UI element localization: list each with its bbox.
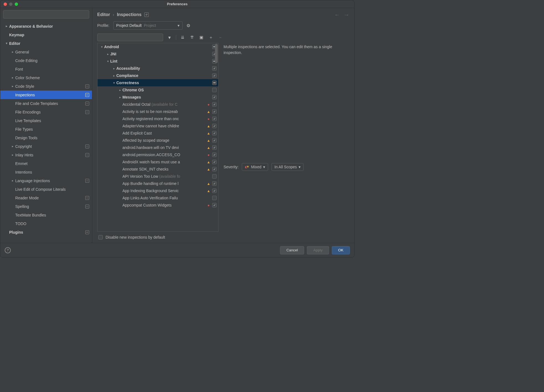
chevron-icon: ▾ (4, 42, 9, 45)
inspection-row[interactable]: App Bundle handling of runtime l▲ (97, 180, 218, 187)
inspection-label: Appcompat Custom Widgets (122, 203, 206, 207)
profile-dropdown[interactable]: Project Default Project ▾ (113, 21, 183, 30)
inspection-row[interactable]: App Indexing Background Servic▲ (97, 187, 218, 194)
inspection-row[interactable]: Appcompat Custom Widgets● (97, 202, 218, 209)
window-controls (0, 2, 18, 6)
inspection-label: App Links Auto Verification Failu (122, 196, 206, 200)
sidebar-search-input[interactable] (3, 10, 89, 19)
sidebar-item[interactable]: TextMate Bundles (0, 211, 92, 219)
gear-icon[interactable]: ⚙ (186, 23, 190, 28)
sidebar-item[interactable]: ▸Language Injections▭ (0, 176, 92, 185)
sidebar-item[interactable]: Keymap (0, 30, 92, 39)
inspection-row[interactable]: Accidental Octal (available for C● (97, 101, 218, 108)
inspection-row[interactable]: ▾Correctness (97, 79, 218, 86)
scrollbar-thumb[interactable] (215, 44, 218, 63)
inspection-label: Accidental Octal (available for C (122, 102, 206, 107)
close-window-icon[interactable] (4, 2, 7, 6)
chevron-down-icon: ▾ (299, 165, 301, 169)
breadcrumb-root[interactable]: Editor (97, 12, 110, 17)
checkbox-icon (98, 235, 103, 239)
inspection-row[interactable]: API Version Too Low (available fo (97, 173, 218, 180)
collapse-all-icon[interactable]: ⇈ (189, 35, 195, 40)
sidebar-item[interactable]: Inspections▭ (0, 91, 92, 99)
sidebar-item[interactable]: ▸General (0, 48, 92, 56)
sidebar-item[interactable]: Spelling▭ (0, 202, 92, 211)
sidebar-item[interactable]: Code Editing (0, 56, 92, 65)
inspection-label: App Indexing Background Servic (122, 189, 206, 193)
chevron-right-icon: › (113, 12, 114, 17)
sidebar-item-label: Appearance & Behavior (9, 24, 89, 29)
inspection-row[interactable]: ▸Messages (97, 94, 218, 101)
sidebar-item-label: File Types (15, 127, 89, 131)
inspection-label: Android (104, 45, 206, 49)
inspection-row[interactable]: AndroidX watch faces must use a▲ (97, 158, 218, 166)
severity-dropdown[interactable]: ◐▲ Mixed ▾ (242, 163, 268, 171)
settings-sidebar: 🔍 ▸Appearance & BehaviorKeymap▾Editor▸Ge… (0, 8, 92, 243)
add-icon[interactable]: ＋ (208, 35, 214, 40)
sidebar-item[interactable]: File and Code Templates▭ (0, 99, 92, 108)
reset-icon[interactable]: ↺ (144, 12, 149, 17)
error-icon: ● (206, 203, 211, 207)
sidebar-item[interactable]: ▸Color Scheme (0, 73, 92, 82)
sidebar-item[interactable]: Reader Mode▭ (0, 194, 92, 202)
sidebar-item[interactable]: ▸Inlay Hints▭ (0, 151, 92, 159)
inspection-row[interactable]: Activity registered more than onc● (97, 115, 218, 122)
inspection-row[interactable]: Activity is set to be non resizeab▲ (97, 108, 218, 115)
sidebar-item[interactable]: File Encodings▭ (0, 108, 92, 116)
sidebar-item[interactable]: Design Tools (0, 133, 92, 142)
warning-icon: ▲ (206, 167, 211, 171)
inspection-row[interactable]: android.hardware.wifi on TV devi▲ (97, 144, 218, 151)
inspection-search-input[interactable] (97, 33, 163, 41)
zoom-window-icon[interactable] (15, 2, 18, 6)
sidebar-item[interactable]: Plugins▭ (0, 228, 92, 236)
cancel-button[interactable]: Cancel (280, 246, 304, 254)
sidebar-item-label: Live Templates (15, 118, 89, 123)
scrollbar[interactable] (215, 44, 218, 231)
inspection-label: android.hardware.wifi on TV devi (122, 145, 206, 150)
project-scope-icon: ▭ (85, 153, 89, 157)
inspection-label: AdapterView cannot have childre (122, 124, 206, 128)
inspection-row[interactable]: ▸Compliance (97, 72, 218, 79)
inspection-row[interactable]: ▸Chrome OS (97, 86, 218, 94)
chevron-icon: ▾ (106, 60, 110, 63)
filter-icon[interactable]: ▼ (166, 35, 173, 40)
ok-button[interactable]: OK (332, 246, 350, 254)
scope-dropdown[interactable]: In All Scopes ▾ (271, 163, 304, 171)
sidebar-item[interactable]: Intentions (0, 168, 92, 176)
sidebar-item-label: Emmet (15, 161, 89, 166)
window-title: Preferences (167, 2, 188, 6)
sidebar-item[interactable]: ▸Code Style▭ (0, 82, 92, 91)
inspection-row[interactable]: Annotate SDK_INT checks▲ (97, 166, 218, 173)
inspection-row[interactable]: android.permission.ACCESS_CO● (97, 151, 218, 158)
sidebar-item[interactable]: Live Templates (0, 116, 92, 125)
inspection-row[interactable]: ▾Lint (97, 58, 218, 65)
inspection-row[interactable]: Add Explicit Cast▲ (97, 130, 218, 137)
disable-new-inspections-checkbox[interactable]: Disable new inspections by default (97, 235, 165, 239)
inspection-row[interactable]: Affected by scoped storage▲ (97, 137, 218, 144)
chevron-icon: ▾ (112, 81, 116, 85)
sidebar-item[interactable]: Live Edit of Compose Literals (0, 185, 92, 194)
reset-default-icon[interactable]: ▣ (198, 35, 204, 40)
back-icon[interactable]: ← (334, 12, 340, 18)
sidebar-item[interactable]: ▸Copyright▭ (0, 142, 92, 151)
inspection-row[interactable]: AdapterView cannot have childre▲ (97, 122, 218, 130)
inspection-row[interactable]: App Links Auto Verification Failu (97, 194, 218, 202)
expand-all-icon[interactable]: ⇊ (179, 35, 186, 40)
minimize-window-icon[interactable] (9, 2, 12, 6)
forward-icon[interactable]: → (344, 12, 349, 18)
help-icon[interactable]: ? (5, 247, 11, 253)
sidebar-item[interactable]: Font (0, 65, 92, 73)
sidebar-item[interactable]: ▸Appearance & Behavior (0, 22, 92, 30)
inspection-row[interactable]: ▸Accessibility (97, 65, 218, 72)
chevron-icon: ▾ (100, 45, 104, 49)
sidebar-item[interactable]: ▾Editor (0, 39, 92, 48)
inspection-row[interactable]: ▸JNI (97, 50, 218, 58)
inspection-row[interactable]: ▾Android (97, 43, 218, 50)
sidebar-item[interactable]: TODO (0, 219, 92, 228)
apply-button[interactable]: Apply (307, 246, 329, 254)
project-scope-icon: ▭ (85, 84, 89, 88)
sidebar-item[interactable]: File Types (0, 125, 92, 133)
inspection-label: AndroidX watch faces must use a (122, 160, 206, 164)
remove-icon[interactable]: － (217, 35, 223, 40)
sidebar-item[interactable]: Emmet (0, 159, 92, 168)
